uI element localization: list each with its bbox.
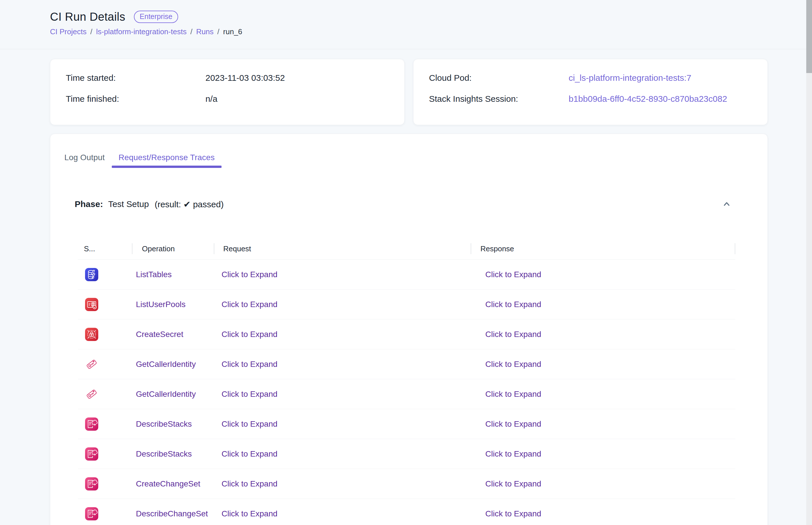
response-expand-link[interactable]: Click to Expand	[485, 479, 541, 488]
info-value: 2023-11-03 03:03:52	[205, 73, 285, 83]
service-cell	[78, 418, 132, 431]
cloudformation-icon	[85, 477, 98, 491]
service-cell	[78, 447, 132, 461]
response-expand-link[interactable]: Click to Expand	[485, 360, 541, 369]
column-header-service: S...	[78, 238, 132, 259]
request-expand-link[interactable]: Click to Expand	[221, 509, 278, 518]
table-row: GetCallerIdentity Click to Expand Click …	[78, 379, 735, 409]
request-cell: Click to Expand	[214, 360, 471, 369]
sts-icon	[85, 388, 98, 401]
response-expand-link[interactable]: Click to Expand	[485, 509, 541, 518]
request-expand-link[interactable]: Click to Expand	[221, 330, 278, 339]
info-label: Time finished:	[66, 94, 205, 104]
service-cell	[78, 358, 132, 371]
secretsmanager-icon	[85, 328, 98, 341]
run-links-card: Cloud Pod: ci_ls-platform-integration-te…	[413, 59, 768, 125]
breadcrumb-item-ci-projects[interactable]: CI Projects	[50, 27, 87, 36]
breadcrumb-item-runs[interactable]: Runs	[196, 27, 214, 36]
request-expand-link[interactable]: Click to Expand	[221, 419, 278, 429]
info-label: Cloud Pod:	[429, 73, 568, 83]
run-times-card: Time started: 2023-11-03 03:03:52 Time f…	[50, 59, 405, 125]
operation-cell: DescribeStacks	[132, 449, 214, 459]
operation-cell: CreateSecret	[132, 330, 214, 339]
response-cell: Click to Expand	[471, 390, 735, 399]
tab-bar: Log Output Request/Response Traces	[58, 147, 767, 168]
request-expand-link[interactable]: Click to Expand	[221, 300, 278, 309]
tab-request-response-traces[interactable]: Request/Response Traces	[112, 147, 222, 168]
table-row: ListTables Click to Expand Click to Expa…	[78, 260, 735, 289]
request-cell: Click to Expand	[214, 419, 471, 429]
service-cell	[78, 298, 132, 311]
sts-icon	[85, 358, 98, 371]
info-label: Stack Insights Session:	[429, 94, 568, 104]
breadcrumb-separator: /	[190, 27, 192, 36]
response-cell: Click to Expand	[471, 479, 735, 489]
request-cell: Click to Expand	[214, 479, 471, 489]
table-row: GetCallerIdentity Click to Expand Click …	[78, 349, 735, 379]
info-row: Time finished: n/a	[66, 94, 389, 104]
operation-cell: DescribeChangeSet	[132, 509, 214, 519]
chevron-up-icon	[722, 200, 731, 208]
phase-collapse-button[interactable]	[720, 198, 733, 210]
request-expand-link[interactable]: Click to Expand	[221, 479, 278, 488]
breadcrumb: CI Projects / ls-platform-integration-te…	[50, 27, 812, 36]
service-cell	[78, 328, 132, 341]
request-cell: Click to Expand	[214, 330, 471, 339]
traces-card: Log Output Request/Response Traces Phase…	[50, 134, 768, 525]
cloudformation-icon	[85, 447, 98, 461]
info-row: Cloud Pod: ci_ls-platform-integration-te…	[429, 73, 752, 83]
table-row: DescribeStacks Click to Expand Click to …	[78, 409, 735, 439]
request-cell: Click to Expand	[214, 390, 471, 399]
trace-table: S... Operation Request Response ListTabl…	[78, 238, 735, 525]
response-expand-link[interactable]: Click to Expand	[485, 330, 541, 339]
response-cell: Click to Expand	[471, 300, 735, 309]
tab-log-output[interactable]: Log Output	[58, 147, 112, 168]
phase-label: Phase:	[75, 199, 103, 209]
request-expand-link[interactable]: Click to Expand	[221, 449, 278, 458]
cloudformation-icon	[85, 418, 98, 431]
breadcrumb-item-ls-platform-integration-tests[interactable]: ls-platform-integration-tests	[96, 27, 186, 36]
cloudformation-icon	[85, 507, 98, 521]
page-title: CI Run Details	[50, 10, 125, 23]
response-expand-link[interactable]: Click to Expand	[485, 390, 541, 399]
operation-cell: GetCallerIdentity	[132, 360, 214, 369]
column-header-response: Response	[471, 238, 735, 259]
response-expand-link[interactable]: Click to Expand	[485, 270, 541, 279]
request-expand-link[interactable]: Click to Expand	[221, 270, 278, 279]
table-row: ListUserPools Click to Expand Click to E…	[78, 289, 735, 319]
request-expand-link[interactable]: Click to Expand	[221, 390, 278, 399]
request-cell: Click to Expand	[214, 509, 471, 519]
phase-result: (result: ✔ passed)	[155, 199, 223, 209]
response-cell: Click to Expand	[471, 509, 735, 519]
scrollbar-thumb[interactable]	[806, 0, 812, 73]
page-header: CI Run Details Enterprise CI Projects / …	[0, 0, 812, 49]
service-cell	[78, 477, 132, 491]
info-value-link-cloud-pod[interactable]: ci_ls-platform-integration-tests:7	[568, 73, 691, 83]
response-expand-link[interactable]: Click to Expand	[485, 300, 541, 309]
service-cell	[78, 388, 132, 401]
request-expand-link[interactable]: Click to Expand	[221, 360, 278, 369]
vertical-scrollbar[interactable]	[806, 0, 812, 525]
request-cell: Click to Expand	[214, 270, 471, 279]
table-row: CreateSecret Click to Expand Click to Ex…	[78, 319, 735, 349]
breadcrumb-separator: /	[90, 27, 92, 36]
cognito-icon	[85, 298, 98, 311]
response-cell: Click to Expand	[471, 360, 735, 369]
phase-header: Phase: Test Setup (result: ✔ passed)	[75, 198, 733, 210]
operation-cell: ListUserPools	[132, 300, 214, 309]
info-label: Time started:	[66, 73, 205, 83]
enterprise-badge: Enterprise	[134, 11, 178, 23]
request-cell: Click to Expand	[214, 449, 471, 459]
response-cell: Click to Expand	[471, 330, 735, 339]
service-cell	[78, 268, 132, 281]
dynamodb-icon	[85, 268, 98, 281]
response-expand-link[interactable]: Click to Expand	[485, 419, 541, 429]
tab-label: Request/Response Traces	[119, 153, 215, 162]
info-row: Stack Insights Session: b1bb09da-6ff0-4c…	[429, 94, 752, 104]
operation-cell: CreateChangeSet	[132, 479, 214, 489]
info-value-link-stack-insights-session[interactable]: b1bb09da-6ff0-4c52-8930-c870ba23c082	[568, 94, 727, 104]
operation-cell: GetCallerIdentity	[132, 390, 214, 399]
breadcrumb-item-run-6: run_6	[223, 27, 243, 36]
operation-cell: DescribeStacks	[132, 419, 214, 429]
response-expand-link[interactable]: Click to Expand	[485, 449, 541, 458]
